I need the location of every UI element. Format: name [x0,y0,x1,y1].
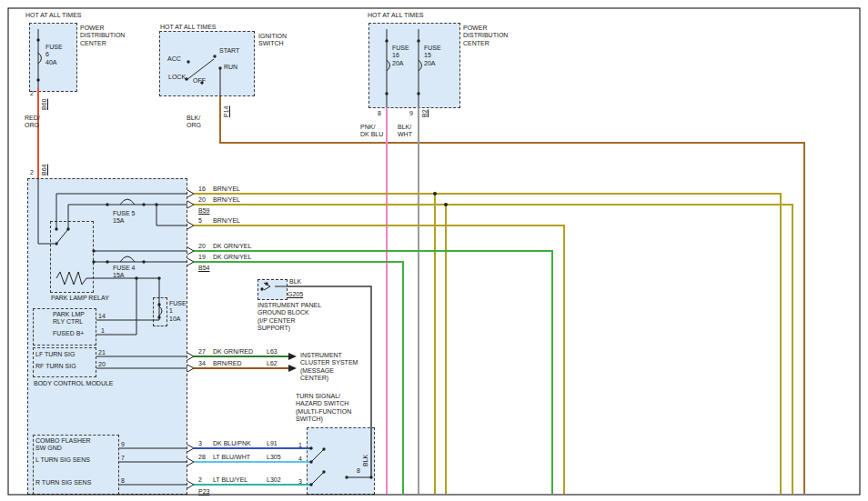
fused-b-label: FUSED B+ [53,330,84,337]
blk-wht-label: BLK/ WHT [398,124,412,139]
hot-at-all-times-right: HOT AT ALL TIMES [368,12,423,19]
wire16-name: BRN/YEL [213,185,240,193]
wire28-name: LT BLU/WHT [213,454,250,461]
ignition-pos-run: RUN [224,64,237,71]
r-turn-sig-sens-label: R TURN SIG SENS [35,479,91,486]
wire3-code: L91 [267,440,278,447]
wire20a-name: BRN/YEL [213,196,240,204]
ignition-pos-lock: LOCK [168,74,186,81]
blk-org-label: BLK/ ORG [187,115,201,130]
pdc-left-pin: 2 [30,90,34,97]
red-org-label: RED/ ORG [25,115,40,130]
wire3-num: 3 [198,440,202,447]
wire19-name: DK GRN/YEL [213,254,251,261]
pin-9: 9 [121,441,125,448]
wire28-num: 28 [198,454,206,461]
fuse5-label: FUSE 5 15A [113,210,136,225]
arrowhead-dk-grn-red [288,353,297,360]
hot-at-all-times-left: HOT AT ALL TIMES [25,12,81,19]
pin-1: 1 [101,327,105,335]
connector-b59: B59 [198,207,209,215]
pin1-wire [96,278,136,335]
connector-b54: B54 [198,265,209,272]
cluster-title: INSTRUMENT CLUSTER SYSTEM (MESSAGE CENTE… [300,352,358,382]
wire5-name: BRN/YEL [213,217,240,225]
wire27-name: DK GRN/RED [213,348,253,356]
pin-7: 7 [121,455,125,462]
mfs-pin-3: 3 [298,478,302,486]
wire5-num: 5 [198,217,202,225]
mfs-wiper-1 [311,449,324,462]
fuse4-squiggle [120,256,135,262]
wire-layer [0,0,868,501]
mfs-wiper-2 [311,472,324,485]
fuse5-squiggle [120,199,135,205]
arrowhead-brn-red [288,365,297,372]
connector-chevrons [187,190,194,488]
connector-b60: B60 [41,99,48,110]
bcm-feed [38,178,55,244]
wire2-code: L302 [267,476,281,484]
pnk-dk-blu-label: PNK/ DK BLU [360,124,383,139]
pin14-wire [96,317,159,320]
ignition-pos-acc: ACC [167,55,181,63]
fuse4-label: FUSE 4 15A [113,265,136,280]
bcm-entry-pin: 2 [30,169,34,176]
l-turn-sig-sens-label: L TURN SIG SENS [35,456,90,464]
colored-wires [38,88,804,494]
wire-blk-org [220,96,804,494]
blk-wire-label: BLK [289,278,301,286]
wire27-num: 27 [198,348,206,356]
park-lamp-relay-label: PARK LAMP RELAY [51,295,109,302]
combo-flasher-label: COMBO FLASHER SW GND [35,437,91,453]
wire2-name: LT BLU/YEL [213,476,247,484]
wire3-name: DK BLU/PNK [213,440,251,447]
fuse15-label: FUSE 15 20A [424,45,441,67]
mfs-pin-1: 1 [298,442,302,449]
wire-brn-yel-20 [194,205,792,494]
pin-14: 14 [98,313,106,320]
connector-p23: P23 [198,488,209,496]
wire16-num: 16 [198,185,206,193]
fuse1-label: FUSE 1 10A [169,300,187,323]
bcm-title: BODY CONTROL MODULE [34,380,114,387]
mfs-gnd-pin-8: 8 [357,467,360,475]
wire34-num: 34 [198,360,206,367]
hot-at-all-times-mid: HOT AT ALL TIMES [160,24,216,31]
ignition-pos-start: START [219,47,239,55]
wire27-code: L63 [267,348,278,356]
wire20b-name: DK GRN/YEL [213,243,251,250]
pdc-right-pin-8: 8 [378,110,381,117]
pin-21: 21 [98,349,106,356]
pin-20: 20 [98,361,106,368]
connector-b2: B2 [421,109,429,117]
wire20b-num: 20 [198,243,206,250]
cluster-arrowheads [288,353,297,372]
pdc-left-title: POWER DISTRIBUTION CENTER [80,25,125,47]
fuse16-squiggle [387,60,390,71]
wire19-num: 19 [198,254,206,261]
mfs-title: TURN SIGNAL/ HAZARD SWITCH (MULTI-FUNCTI… [296,393,351,423]
wire34-code: L62 [267,360,278,367]
fuse15-squiggle [419,60,422,71]
ignition-switch-title: IGNITION SWITCH [258,33,287,48]
branch-wire-5 [156,205,187,225]
pdc-right-pin-9: 9 [409,110,413,117]
relay-coil [56,272,86,285]
wire28-code: L305 [267,454,281,461]
connector-g205: G205 [288,291,303,298]
lf-turn-sig-label: LF TURN SIG [35,351,75,358]
mfs-blk-wire-label: BLK [362,455,369,466]
rf-turn-sig-label: RF TURN SIG [35,363,76,370]
wire34-name: BRN/RED [213,360,242,367]
wiring-diagram: HOT AT ALL TIMES POWER DISTRIBUTION CENT… [0,0,868,501]
pdc-right-title: POWER DISTRIBUTION CENTER [463,25,508,47]
mfs-pin-4: 4 [298,456,302,463]
wire2-num: 2 [198,476,202,484]
connector-p14: P14 [223,106,230,117]
relay-contact-blade [56,229,68,244]
connector-b64: B64 [41,165,48,175]
fuse16-label: FUSE 16 20A [392,45,409,67]
ground-block-title: INSTRUMENT PANEL GROUND BLOCK (I/P CENTE… [257,302,321,332]
fuse6-squiggle [38,53,42,64]
